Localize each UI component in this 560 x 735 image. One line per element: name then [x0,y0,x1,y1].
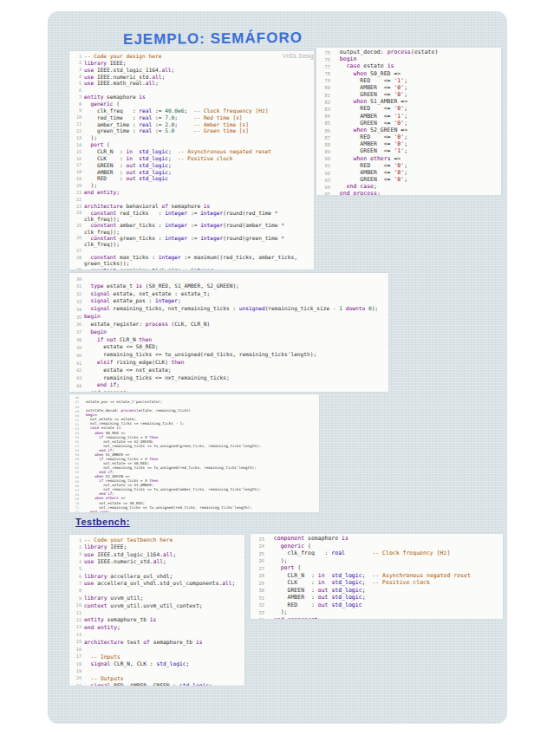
code-line: 15architecture test of semaphore_tb is [69,639,243,646]
code-text: end if; [84,381,387,388]
line-number: 35 [69,313,84,321]
line-number: 31 [251,595,267,602]
code-text: begin [84,328,387,335]
code-text: RED : out std_logic [84,175,312,181]
line-number: 3 [69,551,84,558]
code-text: nxt_remaining_ticks <= to_unsigned(amber… [81,488,317,492]
code-text [84,566,243,573]
code-text: green_time : real := 5.0 -- Green time [… [84,127,312,133]
line-number: 27 [69,247,84,254]
code-text: amber_time : real := 2.0; -- Amber time … [84,121,312,127]
line-number: 4 [69,558,84,565]
line-number: 95 [316,191,333,195]
code-text: if not CLR_N then [84,336,387,343]
code-text: nxt_remaining_ticks <= to_unsigned(green… [81,445,317,449]
code-text: RED <= '0'; [333,106,499,113]
line-number: 5 [69,566,84,573]
line-number: 43 [69,374,84,382]
code-text: -- Code your testbench here [84,537,243,543]
code-line: 33 signal estate_pos : integer; [69,297,387,305]
line-number: 80 [316,85,333,92]
code-line: 6library accellera_ovl_vhdl; [69,573,243,580]
code-text: AMBER : out std_logic; [84,169,312,175]
design-code-panel-main: VHDL Design 1-- Code your design here2li… [69,51,314,270]
code-line: 44 end if; [69,381,387,389]
line-number: 27 [251,565,267,573]
line-number: 8 [69,588,84,595]
line-number: 90 [316,156,333,163]
line-number: 2 [69,60,84,67]
line-number: 31 [69,283,84,290]
code-text: when S0_RED => [333,71,499,78]
code-text: CLR_N : in std_logic; -- Asynchronous ne… [84,148,312,154]
line-number: 21 [69,189,84,196]
code-line: 11 [69,609,243,616]
code-text: use IEEE.std_logic_1164.all; [84,67,312,73]
code-text [84,247,312,253]
code-line: 39 estate <= S0_RED; [69,343,387,351]
code-text: -- Outputs [84,675,243,682]
line-number: 84 [316,114,333,120]
code-text: library IEEE; [84,60,312,66]
code-line: 16 CLK : in std_logic; -- Positive clock [69,155,312,162]
code-text: ); [84,134,312,140]
line-number: 34 [251,617,267,619]
code-text [84,275,387,282]
code-line: 35begin [69,313,387,321]
testbench-heading: Testbench: [75,517,130,527]
testbench-code-panel-header: 1-- Code your testbench here2library IEE… [69,535,244,686]
line-number: 16 [69,646,84,653]
line-number: 86 [316,127,333,134]
line-number: 30 [69,275,84,283]
code-line: 4use IEEE.numeric_std.all; [69,558,243,565]
line-number: 9 [69,107,84,114]
code-text: architecture behavioral of semaphore is [84,203,312,209]
code-text: use accellera_ovl_vhdl.std_ovl_component… [84,580,243,587]
line-number: 10 [69,114,84,121]
testbench-code-panel-component: 23 component semaphore is24 generic (25 … [251,534,503,619]
line-number: 32 [69,290,84,298]
line-number: 11 [69,121,84,128]
code-line: 2library IEEE; [69,543,243,550]
code-line: 9library uvvm_util; [69,595,243,602]
line-number: 25 [251,550,267,558]
code-line: 95 end process; [316,191,499,195]
line-number: 25 [69,222,84,229]
line-number: 13 [69,624,84,631]
design-code-panel-output-decoder: 75 output_decod: process(estate)76 begin… [316,48,501,195]
code-text: estate <= S0_RED; [84,343,387,350]
code-text: AMBER : out std_logic; [267,595,501,602]
code-line: 29 constant remaining_tick_size : intege… [69,267,312,270]
code-text: nxtstate_decod: process(estate, remainin… [81,409,317,413]
code-text: use IEEE.numeric_std.all; [84,74,312,80]
line-number: 91 [316,163,333,170]
line-number: 1 [69,53,84,60]
line-number: 19 [69,175,84,182]
line-number: 22 [69,196,84,203]
code-text: constant red_ticks : integer := integer(… [84,210,312,223]
line-number: 9 [69,595,84,602]
code-text: output_decod: process(estate) [333,49,499,56]
line-number: 33 [251,609,267,617]
code-line: 23architecture behavioral of semaphore i… [69,203,312,210]
code-line: 31 type estate_t is (S0_RED, S1_AMBER, S… [69,283,387,290]
line-number: 42 [69,367,84,374]
code-text: when others => [333,156,499,163]
code-text: end case; [81,511,317,512]
line-number: 36 [69,321,84,328]
code-line: 18 AMBER : out std_logic; [69,169,312,176]
line-number: 24 [251,543,267,551]
line-number: 23 [69,203,84,210]
line-number: 12 [69,127,84,134]
code-line: 25 constant amber_ticks : integer := int… [69,222,312,235]
code-line: 18 signal CLR_N, CLK : std_logic; [69,660,243,667]
line-number: 6 [69,573,84,580]
line-number: 41 [69,359,84,367]
code-line: 38 if not CLR_N then [69,336,387,344]
line-number: 8 [69,101,84,107]
code-text: ); [267,558,501,565]
code-line: 3use IEEE.std_logic_1164.all; [69,67,312,74]
line-number: 18 [69,660,84,667]
line-number: 81 [316,92,333,99]
line-number: 34 [69,305,84,313]
